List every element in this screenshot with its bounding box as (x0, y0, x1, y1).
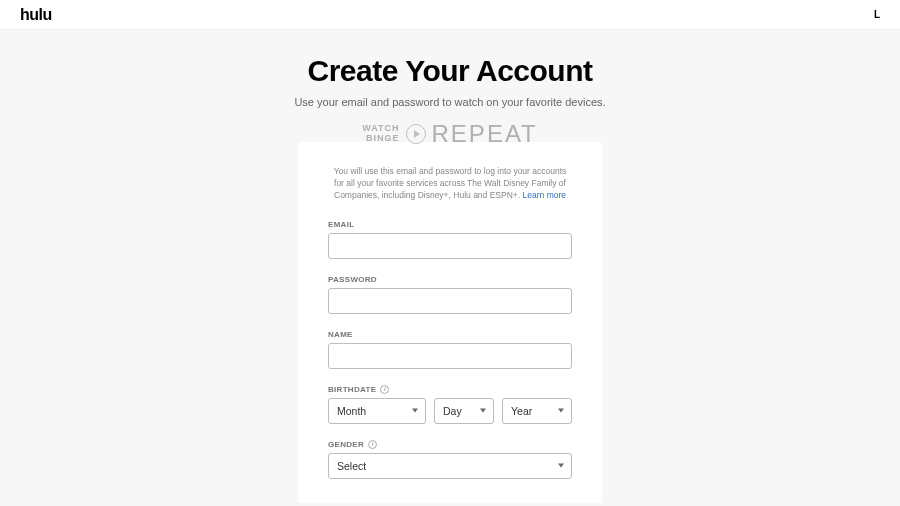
password-label: PASSWORD (328, 275, 572, 284)
tagline-binge: BINGE (366, 134, 400, 144)
tagline: WATCH BINGE REPEAT (362, 120, 538, 148)
page-title: Create Your Account (307, 54, 592, 88)
name-group: NAME (328, 330, 572, 369)
info-icon[interactable]: i (380, 385, 389, 394)
email-label: EMAIL (328, 220, 572, 229)
email-field[interactable] (328, 233, 572, 259)
month-select-wrapper: Month (328, 398, 426, 424)
login-link[interactable]: L (874, 9, 880, 20)
gender-label-row: GENDER i (328, 440, 572, 449)
signup-card: You will use this email and password to … (298, 142, 602, 503)
year-select[interactable]: Year (502, 398, 572, 424)
day-select-wrapper: Day (434, 398, 494, 424)
card-intro: You will use this email and password to … (328, 166, 572, 202)
tagline-repeat: REPEAT (432, 120, 538, 148)
page-content: Create Your Account Use your email and p… (0, 30, 900, 503)
password-field[interactable] (328, 288, 572, 314)
birthdate-label: BIRTHDATE (328, 385, 376, 394)
info-icon[interactable]: i (368, 440, 377, 449)
month-select[interactable]: Month (328, 398, 426, 424)
day-select[interactable]: Day (434, 398, 494, 424)
year-select-wrapper: Year (502, 398, 572, 424)
page-subtitle: Use your email and password to watch on … (294, 96, 605, 108)
play-icon (414, 130, 420, 138)
password-group: PASSWORD (328, 275, 572, 314)
birthdate-group: BIRTHDATE i Month Day (328, 385, 572, 424)
play-circle-icon (406, 124, 426, 144)
tagline-left: WATCH BINGE (362, 124, 399, 144)
birthdate-selects: Month Day Year (328, 398, 572, 424)
name-label: NAME (328, 330, 572, 339)
page-header: hulu L (0, 0, 900, 30)
gender-label: GENDER (328, 440, 364, 449)
learn-more-link[interactable]: Learn more (523, 190, 566, 200)
birthdate-label-row: BIRTHDATE i (328, 385, 572, 394)
name-field[interactable] (328, 343, 572, 369)
gender-select-wrapper: Select (328, 453, 572, 479)
email-group: EMAIL (328, 220, 572, 259)
gender-group: GENDER i Select (328, 440, 572, 479)
gender-select[interactable]: Select (328, 453, 572, 479)
hulu-logo: hulu (20, 6, 52, 24)
